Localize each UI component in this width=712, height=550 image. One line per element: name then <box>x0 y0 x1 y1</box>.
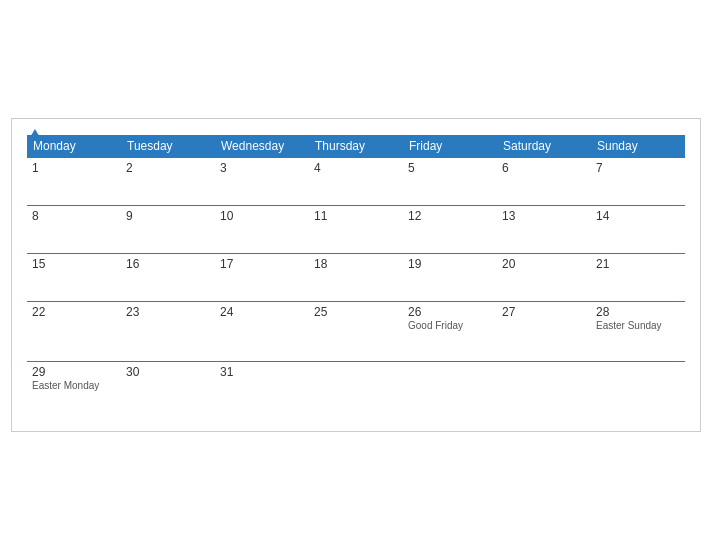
day-number: 17 <box>220 257 304 271</box>
calendar-cell: 4 <box>309 158 403 206</box>
day-number: 15 <box>32 257 116 271</box>
day-event: Good Friday <box>408 320 492 331</box>
day-number: 2 <box>126 161 210 175</box>
calendar-thead: MondayTuesdayWednesdayThursdayFridaySatu… <box>27 135 685 158</box>
calendar-cell: 14 <box>591 206 685 254</box>
day-number: 10 <box>220 209 304 223</box>
calendar-cell <box>591 362 685 422</box>
calendar-cell: 7 <box>591 158 685 206</box>
calendar-cell: 6 <box>497 158 591 206</box>
day-number: 28 <box>596 305 680 319</box>
day-number: 23 <box>126 305 210 319</box>
day-number: 18 <box>314 257 398 271</box>
day-number: 31 <box>220 365 304 379</box>
day-number: 25 <box>314 305 398 319</box>
logo-triangle-icon <box>29 129 41 139</box>
calendar-cell: 19 <box>403 254 497 302</box>
calendar-cell: 17 <box>215 254 309 302</box>
weekday-header-friday: Friday <box>403 135 497 158</box>
day-number: 29 <box>32 365 116 379</box>
calendar-week-row: 29Easter Monday3031 <box>27 362 685 422</box>
calendar-cell: 31 <box>215 362 309 422</box>
calendar-cell: 30 <box>121 362 215 422</box>
weekday-header-saturday: Saturday <box>497 135 591 158</box>
calendar-cell: 21 <box>591 254 685 302</box>
day-number: 4 <box>314 161 398 175</box>
calendar-cell: 18 <box>309 254 403 302</box>
calendar-cell: 20 <box>497 254 591 302</box>
logo <box>27 129 41 139</box>
weekday-header-sunday: Sunday <box>591 135 685 158</box>
day-number: 21 <box>596 257 680 271</box>
day-number: 9 <box>126 209 210 223</box>
day-number: 26 <box>408 305 492 319</box>
calendar-cell: 27 <box>497 302 591 362</box>
calendar-cell: 25 <box>309 302 403 362</box>
day-number: 20 <box>502 257 586 271</box>
calendar-week-row: 2223242526Good Friday2728Easter Sunday <box>27 302 685 362</box>
day-number: 11 <box>314 209 398 223</box>
calendar-cell: 26Good Friday <box>403 302 497 362</box>
calendar-cell: 9 <box>121 206 215 254</box>
calendar-container: MondayTuesdayWednesdayThursdayFridaySatu… <box>11 118 701 432</box>
day-number: 5 <box>408 161 492 175</box>
calendar-cell: 2 <box>121 158 215 206</box>
day-number: 27 <box>502 305 586 319</box>
calendar-cell: 11 <box>309 206 403 254</box>
day-number: 1 <box>32 161 116 175</box>
day-number: 19 <box>408 257 492 271</box>
day-number: 30 <box>126 365 210 379</box>
weekday-header-row: MondayTuesdayWednesdayThursdayFridaySatu… <box>27 135 685 158</box>
calendar-cell: 22 <box>27 302 121 362</box>
calendar-cell: 29Easter Monday <box>27 362 121 422</box>
weekday-header-tuesday: Tuesday <box>121 135 215 158</box>
calendar-cell: 12 <box>403 206 497 254</box>
calendar-cell <box>403 362 497 422</box>
calendar-week-row: 891011121314 <box>27 206 685 254</box>
weekday-header-monday: Monday <box>27 135 121 158</box>
day-number: 22 <box>32 305 116 319</box>
calendar-week-row: 1234567 <box>27 158 685 206</box>
day-number: 7 <box>596 161 680 175</box>
day-number: 8 <box>32 209 116 223</box>
calendar-cell <box>309 362 403 422</box>
calendar-cell: 8 <box>27 206 121 254</box>
calendar-cell: 23 <box>121 302 215 362</box>
calendar-tbody: 1234567891011121314151617181920212223242… <box>27 158 685 422</box>
day-number: 14 <box>596 209 680 223</box>
day-number: 24 <box>220 305 304 319</box>
calendar-week-row: 15161718192021 <box>27 254 685 302</box>
calendar-cell: 16 <box>121 254 215 302</box>
day-number: 13 <box>502 209 586 223</box>
day-number: 12 <box>408 209 492 223</box>
calendar-cell: 3 <box>215 158 309 206</box>
calendar-cell: 13 <box>497 206 591 254</box>
day-event: Easter Sunday <box>596 320 680 331</box>
weekday-header-thursday: Thursday <box>309 135 403 158</box>
calendar-cell: 15 <box>27 254 121 302</box>
calendar-cell: 10 <box>215 206 309 254</box>
calendar-cell <box>497 362 591 422</box>
day-number: 6 <box>502 161 586 175</box>
calendar-cell: 28Easter Sunday <box>591 302 685 362</box>
weekday-header-wednesday: Wednesday <box>215 135 309 158</box>
day-number: 16 <box>126 257 210 271</box>
calendar-table: MondayTuesdayWednesdayThursdayFridaySatu… <box>27 135 685 421</box>
day-event: Easter Monday <box>32 380 116 391</box>
calendar-cell: 24 <box>215 302 309 362</box>
calendar-cell: 5 <box>403 158 497 206</box>
day-number: 3 <box>220 161 304 175</box>
calendar-cell: 1 <box>27 158 121 206</box>
